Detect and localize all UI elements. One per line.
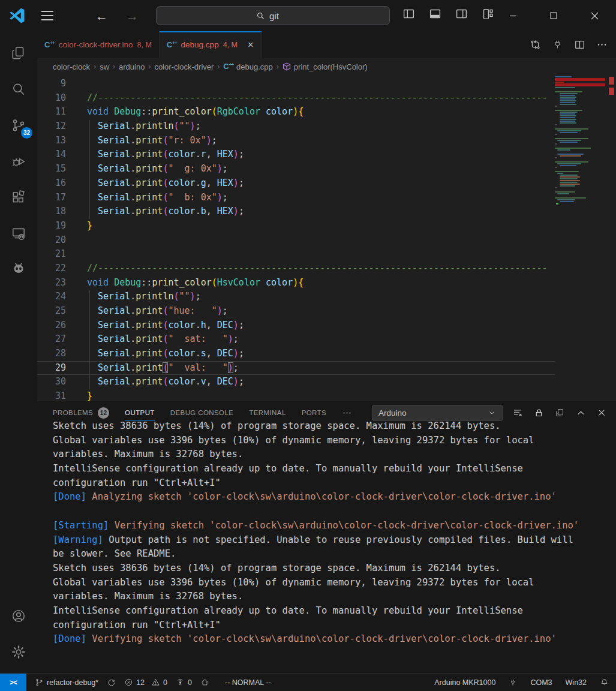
minimap-row — [557, 163, 581, 164]
code-line[interactable]: 31} — [37, 389, 555, 401]
code-line[interactable]: 14 Serial.print(color.r, HEX); — [37, 148, 555, 162]
editor-scrollbar[interactable] — [606, 75, 616, 401]
run-debug-icon[interactable] — [4, 146, 33, 176]
toggle-primary-sidebar-icon[interactable] — [401, 6, 416, 22]
forwarded-ports-item[interactable]: 0 — [176, 678, 192, 687]
breadcrumb: color-clock› sw› arduino› color-clock-dr… — [37, 58, 616, 75]
source-control-badge: 32 — [21, 127, 32, 139]
open-output-in-editor-icon[interactable] — [554, 407, 566, 419]
code-line[interactable]: 16 Serial.print(color.g, HEX); — [37, 176, 555, 191]
lock-autoscroll-icon[interactable] — [533, 407, 545, 419]
breadcrumb-item[interactable]: sw — [100, 62, 109, 71]
code-text: Serial.print(" val: "); — [87, 362, 239, 375]
code-line[interactable]: 21 — [37, 247, 555, 262]
code-line[interactable]: 12 Serial.println(""); — [37, 119, 555, 134]
breadcrumb-item[interactable]: color-clock — [53, 62, 90, 71]
plug-upload-icon[interactable] — [551, 39, 563, 51]
code-line[interactable]: 25 Serial.print("hue: "); — [37, 304, 555, 319]
menu-icon[interactable] — [41, 11, 53, 20]
tab-ports[interactable]: PORTS — [302, 401, 326, 424]
output-line: Global variables use 3396 bytes (10%) of… — [53, 434, 616, 448]
git-branch-item[interactable]: refactor-debug* — [35, 678, 98, 687]
code-line[interactable]: 11void Debug::print_color(RgbColor color… — [37, 105, 555, 119]
notifications-bell-icon[interactable] — [600, 678, 609, 687]
title-bar: ← → — [0, 0, 616, 31]
line-number: 13 — [37, 134, 66, 148]
home-item[interactable] — [200, 678, 209, 687]
maximize-button[interactable] — [540, 0, 567, 31]
minimap-row — [560, 165, 576, 166]
sync-changes-item[interactable] — [107, 678, 116, 687]
scrollbar-error-mark — [609, 77, 614, 85]
compare-changes-icon[interactable] — [529, 39, 541, 51]
forward-button[interactable]: → — [121, 7, 143, 25]
toggle-secondary-sidebar-icon[interactable] — [453, 6, 469, 22]
minimap[interactable] — [555, 76, 606, 400]
breadcrumb-item-symbol[interactable]: print_color(HsvColor) — [283, 62, 368, 71]
code-line[interactable]: 15 Serial.print(" g: 0x"); — [37, 162, 555, 176]
tab-output[interactable]: OUTPUT — [125, 401, 155, 424]
tab-terminal[interactable]: TERMINAL — [249, 401, 286, 424]
breadcrumb-item[interactable]: color-clock-driver — [154, 62, 214, 71]
code-line[interactable]: 24 Serial.println(""); — [37, 290, 555, 304]
code-line[interactable]: 17 Serial.print(" b: 0x"); — [37, 191, 555, 205]
remote-explorer-icon[interactable] — [4, 218, 33, 248]
code-line[interactable]: 22//------------------------------------… — [37, 262, 555, 276]
remote-indicator[interactable]: >< — [0, 674, 26, 691]
line-number: 28 — [37, 347, 66, 361]
minimap-row — [560, 185, 575, 187]
code-line[interactable]: 10//------------------------------------… — [37, 91, 555, 106]
source-control-icon[interactable]: 32 — [4, 110, 33, 140]
minimap-row — [555, 83, 605, 86]
code-line[interactable]: 13 Serial.print("r: 0x"); — [37, 134, 555, 148]
search-view-icon[interactable] — [4, 74, 33, 104]
activity-bar: 32 — [0, 31, 37, 673]
minimap-row — [557, 130, 581, 131]
close-panel-icon[interactable] — [596, 407, 608, 419]
code-line[interactable]: 29 Serial.print(" val: "); — [37, 361, 555, 375]
account-icon[interactable] — [4, 601, 33, 631]
code-line[interactable]: 23void Debug::print_color(HsvColor color… — [37, 276, 555, 290]
code-line[interactable]: 18 Serial.print(color.b, HEX); — [37, 205, 555, 219]
explorer-icon[interactable] — [4, 38, 33, 68]
breadcrumb-item[interactable]: arduino — [119, 62, 145, 71]
code-line[interactable]: 9 — [37, 77, 555, 91]
breadcrumb-item-file[interactable]: C++ debug.cpp — [223, 62, 272, 71]
tab-problems[interactable]: PROBLEMS 12 — [53, 401, 109, 424]
more-actions-icon[interactable] — [596, 39, 608, 51]
minimize-button[interactable] — [499, 0, 527, 31]
problems-item[interactable]: 12 0 — [124, 678, 167, 687]
back-button[interactable]: ← — [91, 7, 113, 25]
close-tab-icon[interactable]: × — [247, 40, 254, 50]
tab-debug-cpp[interactable]: C++ debug.cpp 4, M × — [160, 31, 262, 58]
tab-color-clock-driver-ino[interactable]: C++ color-clock-driver.ino 8, M — [37, 31, 160, 58]
panel-more-tabs-icon[interactable] — [342, 408, 352, 418]
bot-extension-icon[interactable] — [4, 254, 33, 284]
scrollbar-error-mark — [609, 88, 614, 95]
customize-layout-icon[interactable] — [480, 6, 495, 22]
board-selector[interactable]: Arduino MKR1000 — [434, 678, 495, 687]
split-editor-icon[interactable] — [573, 39, 585, 51]
vim-mode-indicator[interactable]: -- NORMAL -- — [225, 678, 271, 687]
toggle-panel-icon[interactable] — [427, 6, 443, 22]
settings-gear-icon[interactable] — [4, 637, 33, 667]
code-line[interactable]: 27 Serial.print(" sat: "); — [37, 332, 555, 347]
command-center-search[interactable] — [156, 6, 390, 25]
clear-output-icon[interactable] — [512, 407, 524, 419]
close-window-button[interactable] — [581, 0, 608, 31]
maximize-panel-icon[interactable] — [575, 407, 587, 419]
code-line[interactable]: 26 Serial.print(color.h, DEC); — [37, 319, 555, 333]
extensions-icon[interactable] — [4, 182, 33, 212]
code-line[interactable]: 28 Serial.print(color.s, DEC); — [37, 347, 555, 361]
code-editor[interactable]: 910//-----------------------------------… — [37, 75, 616, 401]
output-channel-select[interactable]: Arduino — [372, 405, 503, 421]
minimap-row — [555, 167, 557, 168]
code-line[interactable]: 30 Serial.print(color.v, DEC); — [37, 375, 555, 389]
platform-item[interactable]: Win32 — [566, 678, 587, 687]
serial-port-item[interactable]: COM3 — [530, 678, 552, 687]
code-line[interactable]: 19} — [37, 219, 555, 233]
plug-status-item[interactable] — [509, 678, 517, 687]
tab-debug-console[interactable]: DEBUG CONSOLE — [170, 401, 234, 424]
search-input[interactable] — [269, 11, 290, 21]
code-line[interactable]: 20 — [37, 233, 555, 248]
